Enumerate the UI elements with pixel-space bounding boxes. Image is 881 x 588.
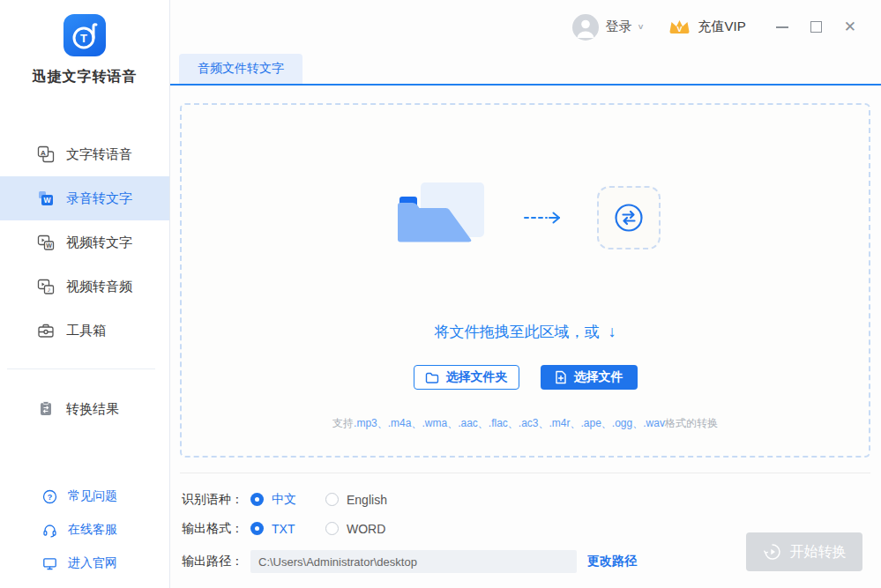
avatar[interactable] xyxy=(572,14,599,41)
sidebar-item-online-support[interactable]: 在线客服 xyxy=(0,513,169,547)
formats-suffix: 格式的转换 xyxy=(665,417,718,429)
select-folder-button[interactable]: 选择文件夹 xyxy=(414,365,519,390)
radio-label: English xyxy=(347,493,387,507)
app-logo: T xyxy=(63,14,106,56)
question-circle-icon: ? xyxy=(42,489,57,504)
sidebar-item-faq[interactable]: ? 常见问题 xyxy=(0,480,169,513)
drag-hint-text: 将文件拖拽至此区域，或 xyxy=(435,322,600,342)
sidebar-nav: A 文字转语音 W 录音转文字 xyxy=(0,132,169,353)
output-path-label: 输出路径： xyxy=(182,554,250,569)
video-to-audio-icon: ♪ xyxy=(37,278,55,295)
output-path-input[interactable] xyxy=(250,550,577,573)
main-panel: 登录 ∨ V 充值VIP ✕ 音频文件转文字 xyxy=(170,0,881,588)
sidebar-item-official-website[interactable]: 进入官网 xyxy=(0,547,169,580)
video-to-text-icon: W xyxy=(37,234,55,251)
file-plus-icon xyxy=(555,370,567,384)
radio-label: WORD xyxy=(347,522,385,536)
change-path-link[interactable]: 更改路径 xyxy=(587,554,637,569)
tab-bar: 音频文件转文字 xyxy=(170,54,881,86)
select-file-label: 选择文件 xyxy=(574,369,623,385)
folder-illustration-icon xyxy=(391,181,489,255)
headset-icon xyxy=(42,523,57,538)
sidebar: T 迅捷文字转语音 A 文字转语音 xyxy=(0,0,170,588)
tab-audio-to-text[interactable]: 音频文件转文字 xyxy=(179,54,302,84)
select-folder-label: 选择文件夹 xyxy=(446,369,508,385)
sidebar-divider xyxy=(7,368,155,369)
app-window: T 迅捷文字转语音 A 文字转语音 xyxy=(0,0,881,588)
radio-option-english[interactable]: English xyxy=(325,492,400,508)
radio-unselected-icon[interactable] xyxy=(325,522,339,535)
chevron-down-icon[interactable]: ∨ xyxy=(638,22,645,31)
help-item-label: 常见问题 xyxy=(68,488,117,504)
format-radio-group: TXT WORD xyxy=(250,522,400,536)
monitor-icon xyxy=(42,556,57,571)
crown-icon: V xyxy=(668,18,691,36)
sidebar-item-toolbox[interactable]: 工具箱 xyxy=(0,309,169,353)
help-item-label: 进入官网 xyxy=(68,555,117,571)
topbar: 登录 ∨ V 充值VIP ✕ xyxy=(170,0,881,54)
maximize-icon[interactable] xyxy=(810,21,822,33)
radio-label: 中文 xyxy=(272,492,296,508)
sidebar-item-label: 文字转语音 xyxy=(66,146,132,163)
sidebar-item-label: 视频转音频 xyxy=(66,279,132,295)
sidebar-help-section: ? 常见问题 在线客服 xyxy=(0,480,169,580)
close-icon[interactable]: ✕ xyxy=(844,19,856,34)
radio-option-word[interactable]: WORD xyxy=(325,522,400,536)
sidebar-item-recording-to-text[interactable]: W 录音转文字 xyxy=(0,176,169,220)
svg-text:♪: ♪ xyxy=(48,286,51,294)
window-controls: ✕ xyxy=(776,19,856,34)
text-to-speech-icon: A xyxy=(37,145,55,163)
sidebar-item-text-to-speech[interactable]: A 文字转语音 xyxy=(0,132,169,176)
sidebar-item-label: 转换结果 xyxy=(66,401,119,418)
convert-icon xyxy=(611,200,646,235)
recharge-vip-button[interactable]: 充值VIP xyxy=(698,19,746,35)
svg-text:V: V xyxy=(676,25,682,33)
svg-text:A: A xyxy=(41,149,46,157)
start-conversion-label: 开始转换 xyxy=(790,543,847,562)
radio-unselected-icon[interactable] xyxy=(325,493,339,506)
recording-to-text-icon: W xyxy=(37,190,55,207)
sidebar-item-label: 录音转文字 xyxy=(66,190,132,207)
login-button[interactable]: 登录 xyxy=(606,19,632,35)
language-row: 识别语种： 中文 English xyxy=(182,485,870,514)
sidebar-item-results[interactable]: 转换结果 xyxy=(0,387,169,431)
app-name: 迅捷文字转语音 xyxy=(0,68,169,86)
formats-prefix: 支持 xyxy=(332,417,354,429)
format-label: 输出格式： xyxy=(182,521,250,537)
sidebar-item-video-to-audio[interactable]: ♪ 视频转音频 xyxy=(0,264,169,309)
start-conversion-button[interactable]: 开始转换 xyxy=(746,532,862,571)
sidebar-item-video-to-text[interactable]: W 视频转文字 xyxy=(0,220,169,264)
svg-text:W: W xyxy=(43,196,51,205)
radio-option-chinese[interactable]: 中文 xyxy=(250,492,325,508)
sidebar-item-label: 视频转文字 xyxy=(66,234,132,251)
options-divider xyxy=(180,473,870,473)
drop-illustration xyxy=(391,181,661,255)
language-radio-group: 中文 English xyxy=(250,492,400,508)
file-drop-zone[interactable]: 将文件拖拽至此区域，或 ↓ 选择文件夹 xyxy=(180,103,870,458)
drag-hint: 将文件拖拽至此区域，或 ↓ xyxy=(435,322,616,342)
formats-list: .mp3、.m4a、.wma、.aac、.flac、.ac3、.m4r、.ape… xyxy=(354,417,665,429)
svg-text:?: ? xyxy=(48,493,53,502)
radio-label: TXT xyxy=(272,522,295,536)
radio-option-txt[interactable]: TXT xyxy=(250,522,325,536)
svg-text:T: T xyxy=(80,32,87,45)
convert-target-box xyxy=(597,186,661,249)
toolbox-icon xyxy=(37,322,55,339)
results-icon xyxy=(37,400,55,418)
supported-formats: 支持.mp3、.m4a、.wma、.aac、.flac、.ac3、.m4r、.a… xyxy=(332,416,718,431)
radio-selected-icon[interactable] xyxy=(250,522,264,535)
radio-selected-icon[interactable] xyxy=(250,493,264,506)
sidebar-item-label: 工具箱 xyxy=(66,323,106,339)
select-buttons-row: 选择文件夹 选择文件 xyxy=(414,365,638,390)
content-area: 将文件拖拽至此区域，或 ↓ 选择文件夹 xyxy=(170,86,881,588)
logo-icon: T xyxy=(71,20,98,50)
minimize-icon[interactable] xyxy=(776,26,788,28)
down-arrow-icon: ↓ xyxy=(608,323,616,341)
help-item-label: 在线客服 xyxy=(68,522,117,538)
language-label: 识别语种： xyxy=(182,492,250,508)
svg-text:W: W xyxy=(46,242,52,249)
select-file-button[interactable]: 选择文件 xyxy=(541,365,638,390)
folder-outline-icon xyxy=(425,371,439,384)
play-circle-icon xyxy=(763,542,782,562)
dashed-arrow-icon xyxy=(523,211,564,225)
